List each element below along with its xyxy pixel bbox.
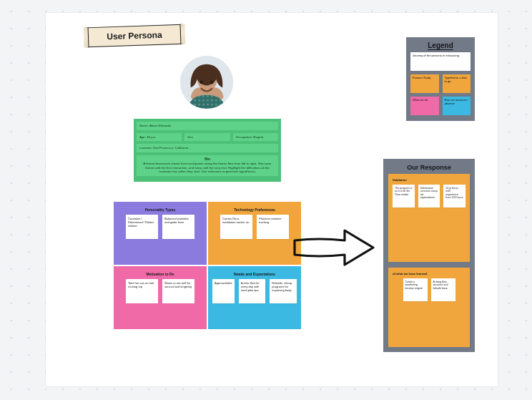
arrow-icon xyxy=(290,225,378,270)
panel-motivation: Motivation to Do Take her son on trail r… xyxy=(114,266,207,329)
persona-name: Name: Alison Edwards xyxy=(137,122,278,130)
panel-personality: Personality Types Caretaker / Determined… xyxy=(114,202,207,265)
sticky-note[interactable]: Take her son on trail running trip xyxy=(126,279,158,303)
response-caption: Validation xyxy=(393,178,466,185)
sticky-note[interactable]: Create a weathering iteration engine xyxy=(403,278,428,301)
sticky-note[interactable]: Reliable, cheap programs for improving b… xyxy=(270,279,297,303)
svg-point-1 xyxy=(200,81,202,84)
legend-swatch: Feature Study xyxy=(410,74,439,93)
response-panel: Our Response Validation The program is a… xyxy=(383,159,475,352)
sticky-note[interactable]: Carries Oura, meditation tracker on xyxy=(220,215,252,239)
svg-point-2 xyxy=(210,81,213,84)
persona-age: Age: 34 y.o. xyxy=(137,133,182,142)
legend-panel: Legend Journey of the persona in measuri… xyxy=(406,37,475,121)
avatar-illustration xyxy=(180,56,233,109)
panel-title: Technology Preferences xyxy=(212,206,297,215)
title-text: User Persona xyxy=(107,30,162,42)
persona-bio: Bio A theme framework shows how touchpoi… xyxy=(137,155,278,176)
sticky-note[interactable]: Practices emotive tracking xyxy=(257,215,289,239)
sticky-note[interactable]: Wants to eat well for survival and longe… xyxy=(162,279,194,303)
sticky-note[interactable]: Approachable xyxy=(212,279,235,303)
sticky-note[interactable]: Balanced wordslist, and guide lover xyxy=(162,215,194,239)
panel-title: Needs and Expectations xyxy=(212,270,297,279)
response-title: Our Response xyxy=(388,164,470,174)
persona-sex: Sex xyxy=(184,133,230,142)
avatar xyxy=(180,56,233,109)
persona-card: Name: Alison Edwards Age: 34 y.o. Sex Oc… xyxy=(134,119,281,182)
sticky-note[interactable]: The program is as it is for the Oura rea… xyxy=(393,185,415,208)
sticky-note[interactable]: Caretaker / Determined / Dialect initiat… xyxy=(126,215,158,239)
persona-bio-heading: Bio xyxy=(139,157,275,162)
persona-bio-body: A theme framework shows how touchpoints … xyxy=(143,162,271,173)
sticky-note[interactable]: 14 yr focus with experience from 124 hou… xyxy=(443,185,466,208)
legend-swatch: What we do xyxy=(410,97,439,115)
response-block: Validation The program is as it is for t… xyxy=(388,174,470,262)
legend-title: Legend xyxy=(410,42,471,52)
sticky-note[interactable]: A clear flow for every day with meal-pla… xyxy=(239,279,266,303)
panel-tech: Technology Preferences Carries Oura, med… xyxy=(208,202,301,265)
legend-swatch: Type/factor = how to go xyxy=(443,74,471,93)
title-sticker: User Persona xyxy=(86,24,184,48)
legend-swatch: How we measure / observe xyxy=(443,97,471,115)
sticky-note[interactable]: A rising flow structure and failsafe bas… xyxy=(431,278,455,301)
panel-title: Personality Types xyxy=(118,206,202,215)
legend-swatch: Journey of the persona in measuring xyxy=(410,52,471,71)
panel-needs: Needs and Expectations Approachable A cl… xyxy=(208,266,301,329)
response-block: of what we have learned Create a weather… xyxy=(388,268,470,347)
response-caption: of what we have learned xyxy=(393,272,466,278)
sticky-note[interactable]: Information connects many tier expectati… xyxy=(418,185,440,208)
panel-title: Motivation to Do xyxy=(118,270,202,279)
persona-location: Location: San Francisco, California xyxy=(137,144,278,152)
whiteboard-canvas[interactable]: User Persona Name: Alison Edwards Age: 3… xyxy=(46,13,498,386)
persona-role: Occupation: Regent xyxy=(233,133,278,142)
